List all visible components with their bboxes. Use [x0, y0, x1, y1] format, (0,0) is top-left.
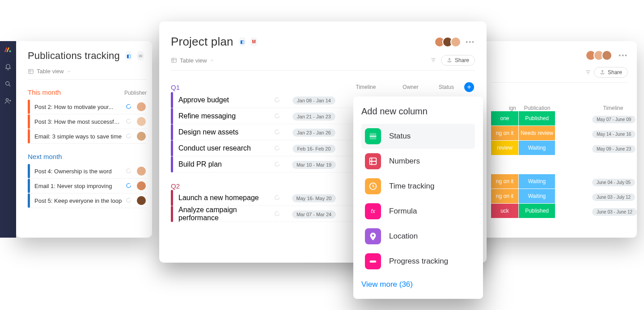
avatar[interactable] [136, 116, 147, 127]
view-selector[interactable]: Table view Share [171, 55, 475, 71]
timeline-pill[interactable]: Mar 07 - Mar 24 [292, 210, 336, 218]
table-row[interactable]: Post 3: How the most successful... [28, 114, 147, 129]
chat-icon[interactable] [125, 168, 131, 174]
table-row[interactable]: one Published May 07 - June 09 [491, 111, 628, 126]
timeline-pill[interactable]: June 03 - June 12 [592, 208, 637, 216]
integration-mail-icon[interactable]: ✉ [136, 51, 145, 61]
timeline-pill[interactable]: June 04 - July 05 [592, 179, 635, 186]
timeline-pill[interactable]: May 16- May 20 [292, 194, 336, 202]
chat-icon[interactable] [125, 133, 131, 139]
chat-icon[interactable] [125, 104, 131, 110]
progress-icon [365, 253, 381, 269]
filter-icon[interactable] [430, 57, 436, 63]
column-option-time-tracking[interactable]: Time tracking [361, 174, 475, 199]
table-row[interactable]: ng on it Needs review May 14 - June 16 [491, 126, 628, 141]
chat-icon[interactable] [274, 113, 280, 119]
avatar[interactable] [136, 166, 147, 176]
group-title[interactable]: This month [28, 88, 61, 96]
status-cell[interactable]: one [491, 111, 518, 126]
board-title: Project plan [171, 35, 233, 49]
numbers-icon [365, 153, 381, 169]
group-title[interactable]: Q2 [171, 182, 339, 190]
timeline-pill[interactable]: Mar 10 - Mar 19 [292, 161, 336, 169]
col-head-timeline: Timeline [339, 84, 393, 90]
chat-icon[interactable] [125, 118, 131, 125]
view-selector[interactable]: Table view [28, 68, 147, 80]
user-add-icon[interactable] [4, 97, 12, 106]
item-name: Post 4: Ownership is the word [34, 168, 123, 175]
table-row[interactable]: Email 1: Never stop improving [28, 179, 147, 193]
status-cell[interactable]: ng on it [491, 189, 518, 204]
timeline-pill[interactable]: May 14 - June 16 [592, 130, 636, 138]
status-cell[interactable]: ng on it [491, 174, 518, 189]
timeline-pill[interactable]: Feb 16- Feb 20 [292, 145, 335, 153]
avatar[interactable] [602, 50, 612, 61]
table-row[interactable]: Post 2: How to motivate your... [28, 100, 147, 114]
bell-icon[interactable] [4, 63, 12, 72]
integration-icon[interactable]: ◧ [124, 51, 133, 61]
chat-icon[interactable] [274, 161, 280, 168]
table-row[interactable]: Post 4: Ownership is the word [28, 164, 147, 179]
filter-icon[interactable] [585, 69, 591, 75]
member-avatars[interactable] [437, 37, 461, 47]
table-row[interactable]: Post 5: Keep everyone in the loop [28, 193, 147, 208]
view-more-link[interactable]: View more (36) [361, 280, 413, 289]
timeline-pill[interactable]: May 07 - June 09 [592, 116, 636, 123]
table-row[interactable]: ng on it Waiting June 03 - July 12 [491, 189, 628, 204]
column-option-location[interactable]: Location [361, 224, 475, 249]
col-head-design: ign [491, 105, 519, 111]
chat-icon[interactable] [274, 145, 280, 151]
avatar[interactable] [136, 195, 147, 206]
chat-icon[interactable] [274, 97, 280, 103]
logo-icon[interactable] [4, 46, 12, 55]
status-cell[interactable]: uck [491, 204, 518, 218]
integration-gmail-icon[interactable]: M [250, 37, 258, 47]
add-column-button[interactable]: + [464, 82, 474, 92]
timeline-pill[interactable]: Jan 23 - Jan 26 [292, 129, 335, 137]
status-cell[interactable]: Waiting [519, 141, 555, 155]
share-button[interactable]: Share [594, 67, 628, 78]
status-cell[interactable]: Waiting [519, 189, 555, 204]
column-option-progress-tracking[interactable]: Progress tracking [361, 249, 475, 274]
column-option-status[interactable]: Status [361, 124, 475, 149]
table-row[interactable]: review Waiting May 09 - June 23 [491, 141, 628, 155]
more-icon[interactable]: ••• [466, 38, 475, 46]
search-icon[interactable] [4, 80, 12, 89]
chat-icon[interactable] [274, 129, 280, 135]
group-title[interactable]: Next month [28, 153, 62, 160]
item-name: Refine messaging [178, 112, 271, 120]
status-cell[interactable]: review [491, 141, 518, 155]
avatar[interactable] [136, 131, 147, 142]
chat-icon[interactable] [125, 183, 131, 189]
status-cell[interactable]: Published [519, 111, 555, 126]
avatar[interactable] [136, 101, 147, 112]
svg-point-1 [6, 82, 9, 85]
item-name: Analyze campaign performance [178, 206, 271, 222]
column-option-formula[interactable]: fxFormula [361, 199, 475, 224]
timeline-pill[interactable]: Jan 08 - Jan 14 [292, 96, 335, 105]
chat-icon[interactable] [274, 211, 280, 217]
status-cell[interactable]: Needs review [519, 126, 555, 141]
group-title[interactable]: Q1 [171, 84, 339, 91]
status-cell[interactable]: Waiting [519, 174, 555, 189]
integration-icon[interactable]: ◧ [238, 37, 247, 47]
status-cell[interactable]: Published [519, 204, 555, 218]
timeline-pill[interactable]: Jan 21 - Jan 23 [292, 113, 335, 121]
chat-icon[interactable] [274, 195, 280, 201]
avatar[interactable] [136, 180, 147, 191]
share-button[interactable]: Share [441, 55, 475, 66]
status-cell[interactable]: ng on it [491, 126, 518, 141]
add-column-popup: Add new column StatusNumbersTime trackin… [353, 96, 483, 299]
timeline-pill[interactable]: June 03 - July 12 [592, 193, 635, 201]
column-option-numbers[interactable]: Numbers [361, 149, 475, 174]
item-name: Approve budget [178, 96, 271, 104]
table-row[interactable]: uck Published June 03 - June 12 [491, 204, 628, 218]
timeline-pill[interactable]: May 09 - June 23 [592, 145, 636, 153]
table-row[interactable]: Email: 3 simple ways to save time [28, 129, 147, 144]
avatar[interactable] [450, 37, 461, 47]
more-icon[interactable]: ••• [619, 52, 628, 59]
chat-icon[interactable] [125, 197, 131, 204]
table-row[interactable]: ng on it Waiting June 04 - July 05 [491, 174, 628, 189]
item-name: Post 3: How the most successful... [34, 118, 123, 125]
member-avatars[interactable] [588, 50, 612, 61]
